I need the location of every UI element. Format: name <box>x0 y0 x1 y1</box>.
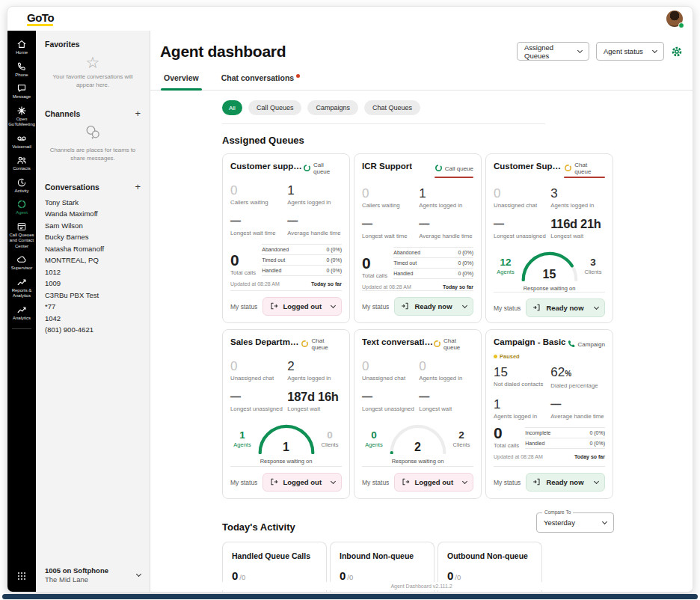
my-status-dropdown[interactable]: Logged out <box>262 473 342 492</box>
settings-gear-icon[interactable] <box>671 46 683 58</box>
divider <box>222 123 545 124</box>
conversation-item[interactable]: Wanda Maximoff <box>45 208 141 220</box>
conversation-item[interactable]: 1012 <box>45 266 141 278</box>
logout-icon <box>269 301 278 312</box>
alert-underline <box>564 177 605 178</box>
sidebar-item-phone[interactable]: Phone <box>7 59 36 82</box>
chevron-down-icon <box>462 479 467 484</box>
divider <box>230 466 342 467</box>
voicemail-icon <box>16 133 27 144</box>
assigned-queues-heading: Assigned Queues <box>222 135 693 146</box>
stat: —Longest unassigned <box>362 390 419 412</box>
stat: —Average handle time <box>287 214 342 236</box>
my-status-dropdown[interactable]: Logged out <box>394 473 473 492</box>
conversation-item[interactable]: (801) 900-4621 <box>45 324 141 336</box>
chip-chat-queues[interactable]: Chat Queues <box>364 100 420 115</box>
sidebar-item-message[interactable]: Message <box>7 81 36 103</box>
contacts-icon <box>16 155 27 165</box>
my-status-label: My status <box>494 479 521 486</box>
chevron-down-icon <box>331 479 336 484</box>
conversation-item[interactable]: 1042 <box>45 313 141 325</box>
chip-all[interactable]: All <box>222 100 242 115</box>
gauge-center-value: 1 <box>255 441 318 454</box>
stat: —Longest unassigned <box>494 217 550 239</box>
stat: 1Agents logged in <box>287 183 342 206</box>
conversation-item[interactable]: Natasha Romanoff <box>45 243 141 255</box>
my-status-label: My status <box>362 479 389 486</box>
queue-type-badge: Call queue <box>435 162 473 178</box>
conversation-item[interactable]: C3RBu PBX Test <box>45 290 141 301</box>
sidebar-item-activity[interactable]: Activity <box>7 175 36 198</box>
add-conversation-button[interactable]: + <box>135 183 141 191</box>
sidebar-item-analytics[interactable]: Analytics <box>7 302 36 325</box>
conversation-item[interactable]: *77 <box>45 301 141 313</box>
sidebar-item-call-queues[interactable]: Call Queues and Contact Center <box>7 219 36 253</box>
chip-campaigns[interactable]: Campaigns <box>307 100 358 115</box>
sidebar-item-contacts[interactable]: Contacts <box>7 153 36 175</box>
queue-card-grid: Customer support Call queue 0Callers wai… <box>222 153 693 499</box>
presence-dot <box>678 22 684 28</box>
conversation-item[interactable]: Tony Stark <box>45 197 141 209</box>
my-status-label: My status <box>362 303 389 310</box>
apps-grid-icon <box>16 571 27 581</box>
favorites-title: Favorites <box>45 40 80 49</box>
agent-status-select[interactable]: Agent status <box>596 42 664 61</box>
app-launcher-button[interactable] <box>7 569 36 584</box>
chevron-down-icon <box>136 572 141 577</box>
meeting-icon <box>16 105 27 116</box>
tab-chat-conversations[interactable]: Chat conversations <box>220 67 301 90</box>
my-status-dropdown[interactable]: Ready now <box>526 299 605 317</box>
queue-type-badge: Call queue <box>303 162 342 175</box>
sidebar-item-home[interactable]: Home <box>7 37 36 59</box>
assigned-queues-select[interactable]: Assigned Queues <box>517 42 589 61</box>
compare-to-select[interactable]: Compare To Yesterday <box>536 512 614 533</box>
queue-type-badge: Chat queue <box>433 337 473 351</box>
call-breakdown-table: Incomplete0 (0%) Handled0 (0%) <box>525 427 605 449</box>
paused-dot-icon <box>494 355 497 358</box>
login-icon <box>401 301 410 312</box>
rail-divider <box>12 328 31 329</box>
chevron-down-icon <box>331 303 336 308</box>
chip-call-queues[interactable]: Call Queues <box>248 100 302 115</box>
queue-card-title: Customer support <box>230 162 303 171</box>
sidebar-item-meeting[interactable]: Open GoToMeeting <box>7 103 36 131</box>
conversation-item[interactable]: MONTREAL, PQ <box>45 254 141 266</box>
stat: 15Not dialed contacts <box>494 365 550 389</box>
window-accent-bar <box>2 594 698 599</box>
response-gauge: 0Agents 2 2Clients Response waiting on <box>362 421 473 465</box>
tab-bar: Overview Chat conversations <box>150 67 693 91</box>
add-channel-button[interactable]: + <box>135 110 141 117</box>
conversation-list: Tony Stark Wanda Maximoff Sam Wilson Buc… <box>45 197 141 336</box>
device-switcher[interactable]: 1005 on Softphone The Mid Lane <box>36 560 150 592</box>
queue-card-customer-supp: Customer Supp... Chat queue 0Unassigned … <box>485 153 613 323</box>
sidebar-item-voicemail[interactable]: Voicemail <box>7 131 36 153</box>
sidebar-item-agent[interactable]: Agent <box>7 197 36 219</box>
response-gauge: 1Agents 1 0Clients Response waiting on <box>230 421 342 465</box>
stat: 0Callers waiting <box>362 186 419 209</box>
sidebar-item-reports[interactable]: Reports & Analytics <box>7 275 36 302</box>
tab-overview[interactable]: Overview <box>162 67 200 90</box>
queue-card-icr-support: ICR Support Call queue 0Callers waiting <box>354 153 482 323</box>
gauge-center-value: 15 <box>518 268 581 281</box>
login-icon <box>532 477 541 488</box>
gauge-caption: Response waiting on <box>362 458 473 465</box>
my-status-label: My status <box>230 479 257 486</box>
reports-icon <box>16 277 27 287</box>
channels-empty-text: Channels are places for teams to share m… <box>47 147 138 163</box>
my-status-dropdown[interactable]: Ready now <box>526 473 605 492</box>
user-avatar[interactable] <box>666 10 683 27</box>
sidebar-item-supervisor[interactable]: Supervisor <box>7 252 36 275</box>
queue-filter-chips: All Call Queues Campaigns Chat Queues <box>222 100 693 115</box>
queue-type-badge: Campaign <box>568 337 605 351</box>
goto-logo[interactable]: GoTo <box>27 11 54 26</box>
conversation-item[interactable]: 1009 <box>45 278 141 290</box>
my-status-dropdown[interactable]: Logged out <box>262 297 342 316</box>
supervisor-icon <box>16 254 27 265</box>
my-status-dropdown[interactable]: Ready now <box>394 297 473 316</box>
response-gauge: 12Agents 15 3Clients Response waiting on <box>494 248 605 292</box>
queue-card-text-conversation: Text conversation Chat queue 0Unassigned… <box>354 329 482 499</box>
gauge-agents: 0Agents <box>363 429 385 454</box>
conversation-item[interactable]: Sam Wilson <box>45 220 141 232</box>
conversation-item[interactable]: Bucky Barnes <box>45 231 141 243</box>
queue-card-campaign-basic: Campaign - Basic Campaign Paused <box>485 329 613 499</box>
